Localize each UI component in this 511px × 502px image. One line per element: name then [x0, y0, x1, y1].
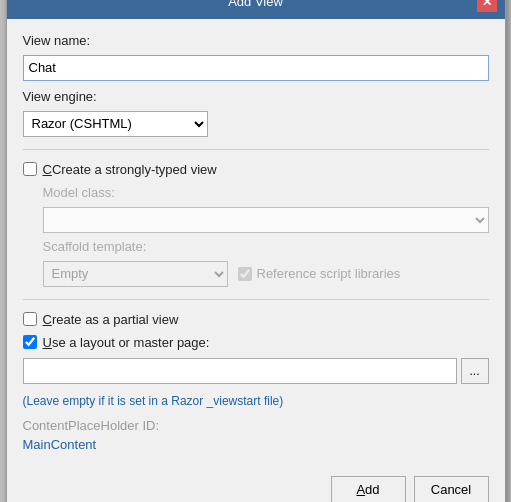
add-button[interactable]: Add: [331, 476, 406, 503]
view-engine-select[interactable]: Razor (CSHTML) ASPX: [23, 111, 208, 137]
button-row: Add Cancel: [7, 466, 505, 503]
view-name-input[interactable]: [23, 55, 489, 81]
strongly-typed-row: CCreate a strongly-typed view: [23, 162, 489, 177]
scaffold-template-label: Scaffold template:: [43, 239, 489, 254]
scaffold-template-select[interactable]: Empty Create Delete Details Edit List: [43, 261, 228, 287]
add-view-dialog: Add View ✕ View name: View engine: Razor…: [6, 0, 506, 502]
close-button[interactable]: ✕: [477, 0, 497, 12]
model-class-row: [43, 207, 489, 233]
reference-scripts-label: Reference script libraries: [257, 266, 401, 281]
scaffold-section: Scaffold template: Empty Create Delete D…: [43, 239, 489, 287]
use-layout-row: Use a layout or master page:: [23, 335, 489, 350]
partial-view-row: Create as a partial view: [23, 312, 489, 327]
browse-button[interactable]: ...: [461, 358, 489, 384]
model-class-label: Model class:: [43, 185, 489, 200]
title-bar: Add View ✕: [7, 0, 505, 19]
content-placeholder-section: ContentPlaceHolder ID: MainContent: [23, 416, 489, 452]
reference-scripts-row: Reference script libraries: [238, 266, 401, 281]
layout-input-row: ...: [23, 358, 489, 384]
view-engine-label: View engine:: [23, 89, 489, 104]
dialog-title: Add View: [35, 0, 477, 9]
scaffold-row: Empty Create Delete Details Edit List Re…: [43, 261, 489, 287]
use-layout-checkbox[interactable]: [23, 335, 37, 349]
model-class-section: Model class:: [43, 185, 489, 233]
layout-hint: (Leave empty if it is set in a Razor _vi…: [23, 394, 489, 408]
dialog-body: View name: View engine: Razor (CSHTML) A…: [7, 19, 505, 466]
strongly-typed-label: CCreate a strongly-typed view: [43, 162, 217, 177]
partial-view-label: Create as a partial view: [43, 312, 179, 327]
model-class-select[interactable]: [43, 207, 489, 233]
partial-view-checkbox[interactable]: [23, 312, 37, 326]
divider-2: [23, 299, 489, 300]
content-placeholder-value: MainContent: [23, 437, 489, 452]
use-layout-label: Use a layout or master page:: [43, 335, 210, 350]
view-name-section: View name:: [23, 33, 489, 81]
reference-scripts-checkbox[interactable]: [238, 267, 252, 281]
strongly-typed-checkbox[interactable]: [23, 162, 37, 176]
cancel-button[interactable]: Cancel: [414, 476, 489, 503]
indented-section: Model class: Scaffold template: Empty Cr…: [43, 185, 489, 287]
view-name-label: View name:: [23, 33, 489, 48]
divider-1: [23, 149, 489, 150]
layout-input[interactable]: [23, 358, 457, 384]
content-placeholder-label: ContentPlaceHolder ID:: [23, 418, 489, 433]
view-engine-section: View engine: Razor (CSHTML) ASPX: [23, 89, 489, 137]
